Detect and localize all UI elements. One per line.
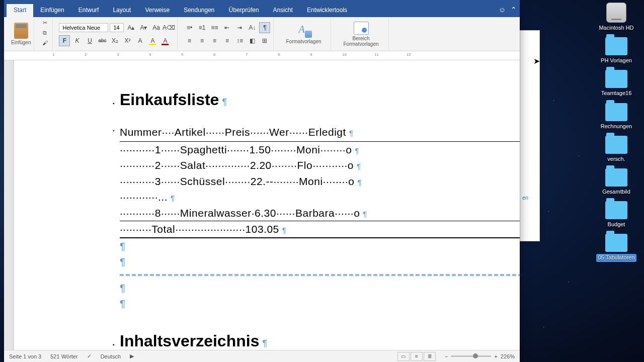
justify-button[interactable]: ≡ [221, 35, 232, 46]
font-group: Helvetica Neue 14 A▴ A▾ Aa A⌫ F K U abc … [56, 18, 178, 50]
show-paragraph-button[interactable]: ¶ [259, 22, 270, 33]
heading-einkaufsliste[interactable]: Einkaufsliste¶ [120, 90, 520, 109]
copy-icon[interactable]: ⧉ [40, 30, 49, 39]
table-row[interactable]: ···········3······Schüssel········22.--·… [120, 173, 520, 190]
word-window: Start Einfügen Entwurf Layout Verweise S… [4, 0, 520, 362]
clear-formatting-button[interactable]: A⌫ [163, 22, 174, 33]
clipboard-group: Einfügen [8, 18, 34, 50]
subscript-button[interactable]: X₂ [109, 35, 120, 46]
multilevel-button[interactable]: ≡≡ [209, 22, 220, 33]
empty-paragraph[interactable]: ¶ [120, 254, 520, 270]
table-row[interactable]: ···········8······Mineralwasser·6.30····… [120, 205, 520, 222]
table-header[interactable]: Nummer····Artikel······Preis······Wer···… [120, 124, 520, 142]
table-row[interactable]: ···········1······Spaghetti·······1.50··… [120, 142, 520, 158]
decrease-indent-button[interactable]: ⇤ [221, 22, 232, 33]
desktop-icons: Macintosh HD PH Vorlagen Teamtage16 Rech… [594, 3, 639, 262]
text-effects-button[interactable]: A [134, 35, 145, 46]
increase-indent-button[interactable]: ⇥ [234, 22, 245, 33]
zoom-in-button[interactable]: + [494, 353, 497, 359]
strikethrough-button[interactable]: abc [97, 35, 108, 46]
bold-button[interactable]: F [59, 35, 70, 46]
desktop-hd[interactable]: Macintosh HD [594, 3, 639, 31]
desktop-folder-teamtage[interactable]: Teamtage16 [594, 70, 639, 97]
desktop-folder-versch[interactable]: versch. [594, 136, 639, 162]
desktop-folder-budget[interactable]: Budget [594, 201, 639, 228]
numbering-button[interactable]: ≡1 [196, 22, 207, 33]
font-color-button[interactable]: A [159, 35, 171, 46]
view-print-button[interactable]: ≡ [411, 352, 423, 361]
styles-pane-label: Bereich Formatvorlagen [341, 36, 381, 47]
superscript-button[interactable]: X² [122, 35, 133, 46]
status-bar: Seite 1 von 3 521 Wörter ✓ Deutsch ▶ ▭ ≡… [4, 350, 520, 362]
align-center-button[interactable]: ≡ [196, 35, 207, 46]
borders-button[interactable]: ⊞ [259, 35, 270, 46]
change-case-button[interactable]: Aa [150, 22, 162, 33]
grow-font-button[interactable]: A▴ [125, 22, 136, 33]
desktop-folder-gesamtbild[interactable]: Gesamtbild [594, 168, 639, 195]
align-left-button[interactable]: ≡ [184, 35, 195, 46]
ribbon-tabs: Start Einfügen Entwurf Layout Verweise S… [4, 4, 520, 17]
macro-icon[interactable]: ▶ [130, 353, 134, 359]
tab-ueberpruefen[interactable]: Überprüfen [222, 4, 266, 17]
tab-ansicht[interactable]: Ansicht [266, 4, 300, 17]
format-painter-icon[interactable]: 🖌 [40, 40, 49, 49]
zoom-slider[interactable] [451, 355, 491, 357]
underline-button[interactable]: U [84, 35, 95, 46]
shrink-font-button[interactable]: A▾ [138, 22, 149, 33]
align-right-button[interactable]: ≡ [209, 35, 220, 46]
paste-icon[interactable] [14, 23, 28, 39]
tab-sendungen[interactable]: Sendungen [177, 4, 221, 17]
line-spacing-button[interactable]: ↕≡ [234, 35, 245, 46]
status-page[interactable]: Seite 1 von 3 [9, 353, 41, 359]
styles-icon[interactable] [297, 24, 311, 38]
table-row[interactable]: ···········2······Salat··············2.2… [120, 157, 520, 173]
collapse-ribbon-icon[interactable]: ⌃ [511, 6, 517, 14]
ruler[interactable]: 1 2 3 4 5 6 7 8 9 10 11 12 [4, 51, 520, 60]
side-panel: en [520, 30, 540, 241]
tab-entwurf[interactable]: Entwurf [71, 4, 106, 17]
zoom-out-button[interactable]: − [445, 353, 448, 359]
spellcheck-icon[interactable]: ✓ [87, 353, 92, 359]
titlebar[interactable] [4, 0, 520, 4]
paste-label: Einfügen [11, 40, 31, 45]
pilcrow-icon: ¶ [222, 97, 227, 107]
status-words[interactable]: 521 Wörter [50, 353, 77, 359]
cut-icon[interactable]: ✂ [40, 20, 49, 29]
zoom-level[interactable]: 226% [501, 353, 515, 359]
font-name-select[interactable]: Helvetica Neue [59, 23, 108, 32]
zoom-control: − + 226% [445, 353, 515, 359]
table-total[interactable]: ··········Total······················103… [120, 221, 520, 238]
clipboard-mini: ✂ ⧉ 🖌 [37, 18, 53, 50]
ribbon: Einfügen ✂ ⧉ 🖌 Helvetica Neue 14 A▴ A▾ A… [4, 17, 520, 51]
font-size-select[interactable]: 14 [110, 23, 124, 32]
page[interactable]: Einkaufsliste¶ Nummer····Artikel······Pr… [14, 60, 520, 350]
view-web-button[interactable]: ≣ [424, 352, 436, 361]
empty-paragraph[interactable]: ¶ [120, 280, 520, 296]
bullets-button[interactable]: ≡• [184, 22, 195, 33]
styles-label: Formatvorlagen [286, 39, 321, 44]
desktop-folder-rechnungen[interactable]: Rechnungen [594, 103, 639, 130]
view-read-button[interactable]: ▭ [397, 352, 410, 361]
paragraph-group: ≡• ≡1 ≡≡ ⇤ ⇥ A↓ ¶ ≡ ≡ ≡ ≡ ↕≡ ◧ ⊞ [181, 18, 274, 50]
tab-verweise[interactable]: Verweise [138, 4, 177, 17]
tab-start[interactable]: Start [7, 4, 33, 17]
tab-layout[interactable]: Layout [106, 4, 138, 17]
empty-paragraph[interactable]: ¶ [120, 296, 520, 312]
desktop-folder-tabulatoren[interactable]: 05 Tabulatoren [594, 234, 639, 261]
tab-einfuegen[interactable]: Einfügen [33, 4, 71, 17]
tab-entwickler[interactable]: Entwicklertools [300, 4, 354, 17]
feedback-icon[interactable]: ☺ [499, 6, 506, 14]
highlight-button[interactable]: A [147, 35, 158, 46]
styles-pane-group: Bereich Formatvorlagen [334, 18, 389, 50]
shading-button[interactable]: ◧ [247, 35, 258, 46]
document-area[interactable]: Einkaufsliste¶ Nummer····Artikel······Pr… [4, 60, 520, 350]
view-buttons: ▭ ≡ ≣ [397, 352, 436, 361]
table-row[interactable]: ············...¶ [120, 189, 520, 205]
sort-button[interactable]: A↓ [247, 22, 258, 33]
empty-paragraph[interactable]: ¶ [120, 238, 520, 254]
italic-button[interactable]: K [71, 35, 83, 46]
desktop-folder-ph[interactable]: PH Vorlagen [594, 37, 639, 64]
heading-inhaltsverzeichnis[interactable]: Inhaltsverzeichnis¶ [120, 332, 520, 350]
styles-pane-icon[interactable] [354, 22, 369, 35]
status-language[interactable]: Deutsch [101, 353, 121, 359]
